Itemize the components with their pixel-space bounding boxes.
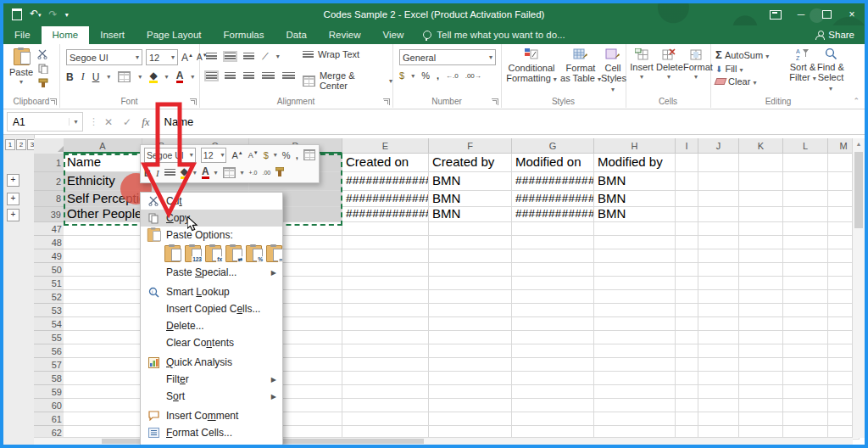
cell-F[interactable] — [429, 412, 512, 426]
context-menu-item-clear-contents[interactable]: Clear Contents — [141, 334, 282, 351]
cell-F[interactable] — [429, 249, 512, 263]
mini-merge-icon[interactable] — [303, 149, 315, 160]
cell-G[interactable] — [512, 344, 594, 358]
cell-J[interactable] — [698, 412, 739, 426]
cell-L[interactable] — [783, 263, 828, 277]
cell-F[interactable]: BMN — [429, 191, 512, 207]
cell-I[interactable] — [676, 172, 698, 191]
cell-A[interactable] — [64, 372, 142, 385]
paste-option-paste-icon[interactable] — [164, 245, 181, 262]
cell-E[interactable]: ############# — [342, 172, 429, 191]
cell-K[interactable] — [739, 399, 783, 412]
cell-K[interactable] — [739, 385, 783, 399]
cell-A[interactable]: Name — [64, 154, 142, 172]
cell-K[interactable] — [739, 236, 783, 249]
cell-G[interactable] — [512, 277, 594, 290]
wrap-text-button[interactable]: Wrap Text — [303, 49, 359, 59]
delete-cells-button[interactable]: Delete▾ — [656, 48, 682, 82]
tab-formulas[interactable]: Formulas — [213, 26, 275, 44]
increase-font-icon[interactable]: A▲ — [181, 52, 193, 64]
customize-qat-icon[interactable]: ▾ — [65, 11, 69, 19]
cell-G[interactable] — [512, 263, 594, 277]
name-box-dropdown-icon[interactable]: ▾ — [69, 118, 82, 126]
find-select-button[interactable]: Find & Select ▾ — [817, 48, 844, 94]
cell-G[interactable]: ############ — [512, 207, 594, 222]
vertical-scrollbar[interactable]: ▲ — [852, 138, 865, 438]
close-icon[interactable]: × — [839, 4, 865, 25]
cell-I[interactable] — [676, 331, 698, 344]
row-header-2[interactable]: 2 — [34, 172, 67, 191]
cell-G[interactable]: Modified on — [512, 154, 594, 172]
paste-button[interactable]: Paste▾ — [8, 48, 34, 87]
mini-italic-button[interactable]: I — [156, 168, 159, 178]
row-header-52[interactable]: 52 — [34, 290, 67, 304]
mini-increase-decimal-icon[interactable]: +.0 — [249, 170, 258, 176]
minimize-icon[interactable]: ─ — [788, 4, 814, 25]
cell-H[interactable]: BMN — [594, 172, 676, 191]
cell-G[interactable] — [512, 358, 594, 372]
row-header-55[interactable]: 55 — [34, 331, 67, 344]
cell-I[interactable] — [676, 399, 698, 412]
format-painter-button[interactable] — [37, 78, 49, 88]
underline-button[interactable]: U — [92, 71, 100, 83]
mini-decrease-decimal-icon[interactable]: .00 — [263, 170, 271, 176]
save-icon[interactable] — [12, 8, 22, 20]
cell-J[interactable] — [698, 399, 739, 412]
align-middle-icon[interactable] — [225, 53, 236, 60]
cell-L[interactable] — [783, 249, 828, 263]
cell-L[interactable] — [783, 412, 828, 426]
row-header-54[interactable]: 54 — [34, 317, 67, 331]
column-header-I[interactable]: I — [676, 138, 698, 154]
cell-I[interactable] — [676, 304, 698, 317]
cell-K[interactable] — [739, 331, 783, 344]
cell-F[interactable] — [429, 331, 512, 344]
cell-G[interactable] — [512, 399, 594, 412]
context-menu-item-sort[interactable]: Sort▶ — [141, 388, 282, 405]
cell-A[interactable] — [64, 412, 142, 426]
cell-F[interactable] — [429, 304, 512, 317]
cell-E[interactable] — [342, 304, 429, 317]
cell-I[interactable] — [676, 412, 698, 426]
cell-A[interactable] — [64, 317, 142, 331]
cell-H[interactable] — [594, 344, 676, 358]
comma-style-icon[interactable]: , — [437, 70, 439, 81]
cell-L[interactable] — [783, 172, 828, 191]
row-header-49[interactable]: 49 — [34, 249, 67, 263]
tab-insert[interactable]: Insert — [89, 26, 136, 44]
decrease-decimal-icon[interactable]: .00→ — [465, 72, 481, 80]
collapse-ribbon-icon[interactable]: ⌃ — [853, 97, 860, 105]
cell-H[interactable] — [594, 372, 676, 385]
mini-bold-button[interactable]: B — [144, 168, 151, 178]
expand-group-button-row-2[interactable]: + — [7, 174, 19, 187]
outline-level-1-button[interactable]: 1 — [5, 139, 15, 150]
cell-G[interactable] — [512, 290, 594, 304]
cell-L[interactable] — [783, 154, 828, 172]
cell-I[interactable] — [676, 191, 698, 207]
clipboard-dialog-launcher-icon[interactable] — [50, 98, 57, 105]
cell-K[interactable] — [739, 207, 783, 222]
cell-G[interactable]: ############ — [512, 191, 594, 207]
cell-K[interactable] — [739, 191, 783, 207]
cell-A[interactable] — [64, 304, 142, 317]
cell-L[interactable] — [783, 372, 828, 385]
column-header-E[interactable]: E — [342, 138, 429, 154]
cell-L[interactable] — [783, 236, 828, 249]
cell-F[interactable] — [429, 399, 512, 412]
cell-H[interactable] — [594, 249, 676, 263]
cell-H[interactable] — [594, 290, 676, 304]
increase-decimal-icon[interactable]: ←.0 — [446, 72, 459, 80]
autosum-button[interactable]: Σ AutoSum ▾ — [715, 48, 769, 61]
cell-E[interactable] — [342, 317, 429, 331]
context-menu-item-paste-special[interactable]: Paste Special...▶ — [141, 264, 282, 281]
cell-G[interactable] — [512, 385, 594, 399]
row-header-59[interactable]: 59 — [34, 385, 67, 399]
tab-page-layout[interactable]: Page Layout — [136, 26, 213, 44]
cell-J[interactable] — [698, 304, 739, 317]
cell-L[interactable] — [783, 191, 828, 207]
cell-F[interactable] — [429, 385, 512, 399]
mini-accounting-icon[interactable]: $ — [264, 150, 269, 160]
cell-E[interactable] — [342, 399, 429, 412]
cell-H[interactable] — [594, 263, 676, 277]
cell-F[interactable] — [429, 344, 512, 358]
context-menu-item-pick-from-drop-down-list[interactable]: Pick From Drop-down List... — [141, 441, 282, 446]
